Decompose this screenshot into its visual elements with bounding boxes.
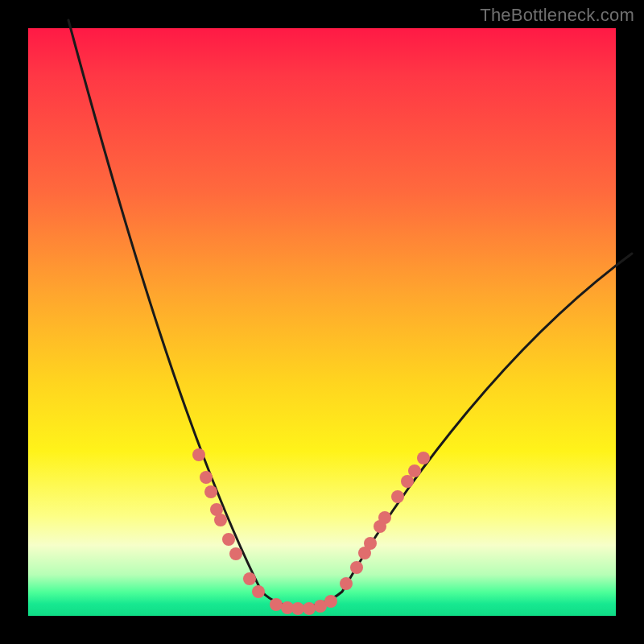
data-dot — [417, 452, 430, 464]
data-dot — [340, 577, 353, 590]
data-dot — [222, 533, 235, 546]
data-dot — [324, 595, 337, 608]
data-dot — [200, 471, 213, 484]
watermark-text: TheBottleneck.com — [480, 5, 634, 26]
data-dot — [270, 598, 283, 611]
data-dot — [391, 490, 404, 503]
data-dot — [214, 514, 227, 526]
data-dot — [291, 602, 304, 615]
data-dot — [192, 448, 205, 461]
data-dot — [401, 475, 414, 488]
data-dot — [243, 572, 256, 585]
data-dot — [364, 537, 377, 550]
data-dot — [378, 511, 391, 524]
data-dot — [303, 602, 316, 615]
data-dot — [252, 585, 265, 598]
data-dot — [350, 561, 363, 574]
curve-svg — [28, 28, 616, 616]
bottleneck-curve — [68, 20, 632, 607]
data-dot — [204, 485, 217, 498]
dots-layer — [192, 448, 430, 615]
data-dot — [229, 547, 242, 560]
plot-area — [28, 28, 616, 616]
chart-stage: TheBottleneck.com — [0, 0, 644, 644]
data-dot — [408, 464, 421, 477]
